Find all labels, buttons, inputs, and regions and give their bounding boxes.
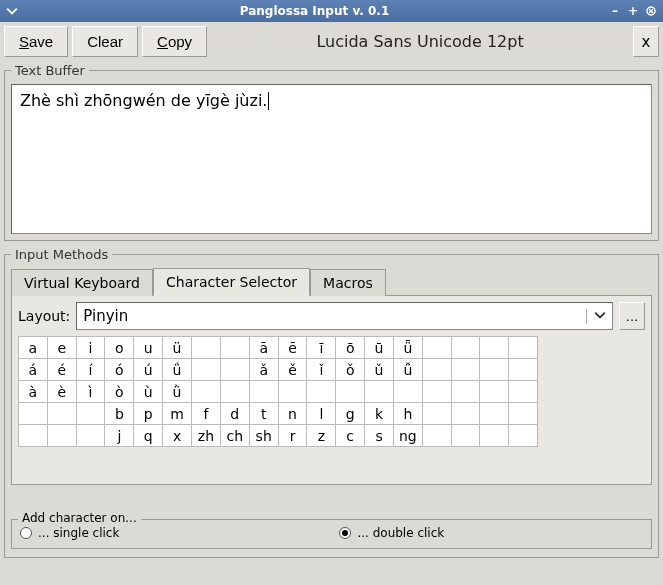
char-cell[interactable]: h	[393, 403, 422, 425]
char-cell[interactable]: d	[220, 403, 249, 425]
radio-icon	[20, 527, 32, 539]
window-title: Panglossa Input v. 0.1	[22, 4, 607, 18]
char-cell-empty	[509, 425, 538, 447]
char-cell[interactable]: ǚ	[393, 359, 422, 381]
char-cell[interactable]: ǖ	[393, 337, 422, 359]
char-cell[interactable]: ǜ	[163, 381, 192, 403]
char-cell[interactable]: n	[278, 403, 307, 425]
char-cell-empty	[451, 337, 480, 359]
char-cell[interactable]: sh	[249, 425, 278, 447]
close-icon[interactable]	[643, 3, 659, 19]
char-cell[interactable]: ō	[336, 337, 365, 359]
char-cell[interactable]: s	[365, 425, 394, 447]
layout-label: Layout:	[18, 308, 70, 324]
char-cell[interactable]: r	[278, 425, 307, 447]
radio-single-label: ... single click	[38, 526, 119, 540]
char-cell[interactable]: ü	[163, 337, 192, 359]
char-cell-empty	[19, 403, 48, 425]
char-cell-empty	[451, 425, 480, 447]
radio-single-click[interactable]: ... single click	[20, 526, 119, 540]
tab-virtual-keyboard[interactable]: Virtual Keyboard	[11, 269, 153, 296]
char-cell-empty	[47, 403, 76, 425]
char-cell[interactable]: ǘ	[163, 359, 192, 381]
text-buffer-input[interactable]: Zhè shì zhōngwén de yīgè jùzi.	[11, 84, 652, 234]
char-cell[interactable]: c	[336, 425, 365, 447]
char-cell-empty	[278, 381, 307, 403]
char-cell[interactable]: ng	[393, 425, 422, 447]
input-methods-legend: Input Methods	[11, 247, 112, 262]
layout-more-button[interactable]: ...	[619, 302, 645, 330]
char-cell[interactable]: z	[307, 425, 336, 447]
radio-icon	[339, 527, 351, 539]
char-cell[interactable]: á	[19, 359, 48, 381]
char-cell[interactable]: ó	[105, 359, 134, 381]
font-indicator: Lucida Sans Unicode 12pt	[211, 26, 629, 57]
char-cell-empty	[191, 337, 220, 359]
char-cell-empty	[191, 381, 220, 403]
char-cell[interactable]: g	[336, 403, 365, 425]
tab-macros[interactable]: Macros	[310, 269, 386, 296]
char-cell[interactable]: o	[105, 337, 134, 359]
char-cell-empty	[480, 403, 509, 425]
char-cell[interactable]: zh	[191, 425, 220, 447]
char-cell[interactable]: ò	[105, 381, 134, 403]
char-cell[interactable]: ǒ	[336, 359, 365, 381]
char-cell[interactable]: è	[47, 381, 76, 403]
char-cell[interactable]: ú	[134, 359, 163, 381]
char-cell[interactable]: b	[105, 403, 134, 425]
minimize-icon[interactable]: –	[607, 3, 623, 19]
panel-close-button[interactable]: x	[633, 26, 659, 57]
char-cell-empty	[422, 359, 451, 381]
char-cell[interactable]: u	[134, 337, 163, 359]
char-cell[interactable]: i	[76, 337, 105, 359]
char-cell[interactable]: j	[105, 425, 134, 447]
copy-button[interactable]: Copy	[142, 26, 207, 57]
char-cell[interactable]: ǔ	[365, 359, 394, 381]
char-cell[interactable]: ī	[307, 337, 336, 359]
char-cell[interactable]: é	[47, 359, 76, 381]
layout-select-value: Pinyin	[83, 307, 586, 325]
char-cell[interactable]: a	[19, 337, 48, 359]
char-cell[interactable]: ě	[278, 359, 307, 381]
char-cell[interactable]: ù	[134, 381, 163, 403]
radio-double-label: ... double click	[357, 526, 444, 540]
char-cell[interactable]: l	[307, 403, 336, 425]
char-cell[interactable]: à	[19, 381, 48, 403]
char-cell-empty	[365, 381, 394, 403]
char-cell[interactable]: x	[163, 425, 192, 447]
maximize-icon[interactable]: +	[625, 3, 641, 19]
char-cell[interactable]: ǐ	[307, 359, 336, 381]
char-cell-empty	[509, 403, 538, 425]
char-cell[interactable]: ch	[220, 425, 249, 447]
char-cell-empty	[220, 381, 249, 403]
char-cell[interactable]: ì	[76, 381, 105, 403]
char-cell-empty	[249, 381, 278, 403]
tab-character-selector[interactable]: Character Selector	[153, 268, 310, 296]
top-toolbar: Save Clear Copy Lucida Sans Unicode 12pt…	[4, 26, 659, 57]
layout-select[interactable]: Pinyin	[76, 302, 613, 330]
char-cell[interactable]: ā	[249, 337, 278, 359]
char-cell[interactable]: q	[134, 425, 163, 447]
char-cell[interactable]: ē	[278, 337, 307, 359]
save-button[interactable]: Save	[4, 26, 68, 57]
window-menu-icon[interactable]	[4, 3, 20, 19]
char-cell[interactable]: í	[76, 359, 105, 381]
char-cell-empty	[47, 425, 76, 447]
char-cell-empty	[509, 381, 538, 403]
char-cell[interactable]: ǎ	[249, 359, 278, 381]
radio-double-click[interactable]: ... double click	[339, 526, 444, 540]
char-cell[interactable]: p	[134, 403, 163, 425]
char-cell-empty	[76, 403, 105, 425]
char-cell-empty	[422, 337, 451, 359]
char-cell[interactable]: ū	[365, 337, 394, 359]
char-cell[interactable]: e	[47, 337, 76, 359]
clear-button[interactable]: Clear	[72, 26, 138, 57]
text-buffer-content: Zhè shì zhōngwén de yīgè jùzi.	[20, 91, 267, 110]
char-cell-empty	[480, 359, 509, 381]
char-cell[interactable]: m	[163, 403, 192, 425]
char-cell-empty	[480, 381, 509, 403]
text-buffer-legend: Text Buffer	[11, 63, 89, 78]
char-cell[interactable]: t	[249, 403, 278, 425]
char-cell[interactable]: f	[191, 403, 220, 425]
char-cell[interactable]: k	[365, 403, 394, 425]
